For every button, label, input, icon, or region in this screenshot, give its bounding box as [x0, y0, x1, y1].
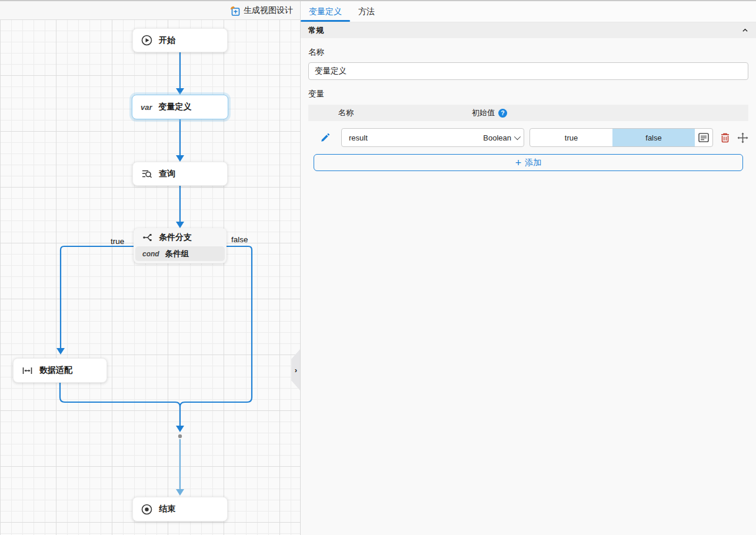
flow-canvas[interactable]: 生成视图设计 — [0, 1, 301, 535]
node-data-adapter[interactable]: 数据适配 — [13, 358, 107, 383]
play-circle-icon — [141, 35, 152, 46]
move-variable-handle[interactable] — [737, 132, 748, 143]
chevron-up-icon — [742, 27, 748, 34]
node-end[interactable]: 结束 — [132, 497, 228, 521]
node-variable-definition[interactable]: var 变量定义 — [132, 95, 228, 119]
name-field-label: 名称 — [308, 47, 748, 58]
chevron-down-icon — [514, 133, 521, 140]
section-general[interactable]: 常规 — [301, 22, 756, 38]
condition-branch-header[interactable]: 条件分支 — [134, 228, 227, 246]
generate-view-icon — [230, 6, 240, 16]
variable-name-field[interactable]: result Boolean — [341, 128, 524, 147]
app-window: 生成视图设计 — [0, 0, 756, 535]
column-header-initial-label: 初始值 — [472, 108, 495, 118]
generate-view-button[interactable]: 生成视图设计 — [230, 4, 293, 17]
data-adapter-icon — [22, 365, 33, 376]
node-data-adapter-label: 数据适配 — [39, 365, 72, 376]
node-query-label: 查询 — [159, 169, 175, 179]
node-condition-branch-label: 条件分支 — [159, 232, 192, 243]
condition-group-row[interactable]: cond 条件组 — [135, 246, 225, 261]
tab-methods[interactable]: 方法 — [350, 1, 383, 22]
cond-badge: cond — [142, 250, 159, 258]
var-badge: var — [141, 103, 152, 112]
trash-icon — [720, 132, 730, 143]
help-icon[interactable]: ? — [498, 109, 507, 118]
name-input[interactable] — [308, 62, 748, 80]
variables-label: 变量 — [308, 89, 748, 99]
variables-table-header: 名称 初始值 ? — [308, 105, 748, 121]
edit-variable-button[interactable] — [308, 132, 341, 143]
variable-name-value: result — [349, 133, 483, 142]
node-start-label: 开始 — [159, 35, 175, 46]
delete-variable-button[interactable] — [720, 132, 730, 143]
plus-icon: + — [515, 158, 522, 168]
tab-variable-definition[interactable]: 变量定义 — [301, 1, 350, 22]
properties-panel: 变量定义 方法 常规 名称 变量 名称 初始值 ? — [301, 1, 756, 535]
node-start[interactable]: 开始 — [132, 28, 228, 52]
stop-circle-icon — [141, 504, 152, 515]
node-query[interactable]: 查询 — [132, 162, 228, 186]
add-variable-button[interactable]: + 添加 — [314, 154, 743, 171]
variable-type-select[interactable]: Boolean — [483, 133, 519, 142]
variable-type-value: Boolean — [483, 133, 511, 142]
edge-label-false: false — [231, 235, 248, 244]
pencil-icon — [319, 132, 331, 143]
branch-icon — [142, 232, 153, 243]
initial-value-toggle: true false — [529, 128, 713, 147]
general-section-body: 名称 变量 名称 初始值 ? result — [301, 38, 756, 179]
generate-view-label: 生成视图设计 — [244, 5, 293, 16]
chevron-right-icon: › — [295, 366, 297, 374]
edge-label-true: true — [111, 237, 124, 246]
node-condition-branch[interactable]: 条件分支 cond 条件组 — [134, 228, 227, 263]
column-header-initial: 初始值 ? — [472, 108, 507, 118]
tab-methods-label: 方法 — [358, 6, 375, 17]
add-variable-label: 添加 — [525, 158, 541, 168]
column-header-name: 名称 — [308, 108, 472, 118]
toggle-option-true[interactable]: true — [530, 129, 612, 146]
condition-group-label: 条件组 — [165, 249, 189, 259]
section-general-title: 常规 — [308, 25, 324, 36]
expression-editor-button[interactable] — [695, 129, 712, 146]
node-end-label: 结束 — [159, 504, 175, 514]
node-variable-definition-label: 变量定义 — [159, 102, 192, 112]
move-icon — [737, 132, 748, 143]
variable-row: result Boolean true false — [308, 128, 748, 147]
tab-variable-definition-label: 变量定义 — [309, 6, 342, 17]
panel-tabbar: 变量定义 方法 — [301, 1, 756, 22]
expression-icon — [698, 133, 709, 142]
toggle-option-false[interactable]: false — [612, 129, 695, 146]
query-icon — [141, 168, 152, 179]
